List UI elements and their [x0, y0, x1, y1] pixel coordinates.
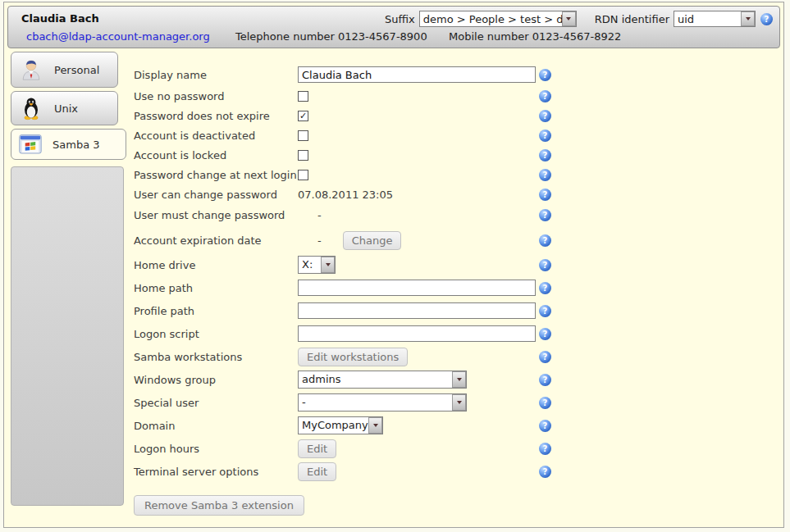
help-icon[interactable]: ?: [539, 169, 551, 181]
help-icon[interactable]: ?: [760, 13, 773, 25]
select-value: -: [299, 394, 452, 411]
help-icon[interactable]: ?: [539, 351, 551, 363]
tab-samba3[interactable]: Samba 3: [11, 129, 126, 160]
tab-label: Unix: [54, 102, 78, 115]
user-must-change-password-value: -: [317, 209, 322, 221]
windows-group-select[interactable]: admins: [298, 371, 467, 389]
field-control: 07.08.2011 23:05: [298, 189, 539, 201]
home-drive-label: Home drive: [134, 259, 298, 271]
form-row: Account is deactivated?: [134, 125, 593, 145]
suffix-label: Suffix: [385, 13, 415, 25]
field-control: [298, 66, 539, 83]
help-icon[interactable]: ?: [539, 305, 551, 317]
profile-path-input[interactable]: [298, 302, 536, 319]
use-no-password-checkbox[interactable]: [298, 91, 308, 102]
user-can-change-password-label: User can change password: [134, 189, 298, 201]
profile-path-label: Profile path: [134, 305, 298, 317]
display-name-input[interactable]: [298, 66, 536, 83]
help-icon[interactable]: ?: [539, 282, 551, 294]
help-icon[interactable]: ?: [539, 443, 551, 455]
help-icon[interactable]: ?: [539, 328, 551, 340]
form-row: Use no password?: [134, 86, 593, 106]
form-row: DomainMyCompany?: [134, 414, 593, 437]
help-icon[interactable]: ?: [539, 209, 551, 221]
logon-script-input[interactable]: [298, 325, 536, 342]
help-icon[interactable]: ?: [539, 110, 551, 122]
special-user-select[interactable]: -: [298, 393, 467, 412]
home-path-label: Home path: [134, 282, 298, 294]
suffix-select[interactable]: demo > People > test > de: [419, 11, 577, 27]
select-value: MyCompany: [299, 417, 368, 434]
edit-button[interactable]: Edit: [298, 462, 336, 481]
help-icon[interactable]: ?: [539, 130, 551, 142]
header-contact-row: cbach@ldap-account-manager.org Telephone…: [8, 30, 779, 47]
form-row: Special user-?: [134, 391, 593, 414]
help-icon[interactable]: ?: [539, 189, 551, 201]
field-control: X:: [298, 256, 539, 274]
rdn-select-value: uid: [674, 11, 741, 26]
form-row: Terminal server optionsEdit?: [134, 460, 593, 483]
form-row: Logon script?: [134, 322, 593, 345]
help-icon[interactable]: ?: [539, 466, 551, 478]
field-control: [298, 130, 539, 141]
help-icon[interactable]: ?: [539, 69, 551, 81]
password-does-not-expire-label: Password does not expire: [134, 110, 298, 122]
header-controls: Suffix demo > People > test > de RDN ide…: [385, 11, 773, 27]
help-icon[interactable]: ?: [539, 259, 551, 271]
form-row: Windows groupadmins?: [134, 368, 593, 391]
remove-samba3-extension-button[interactable]: Remove Samba 3 extension: [134, 495, 304, 516]
form-row: Display name?: [134, 63, 593, 86]
account-expiration-date-label: Account expiration date: [134, 234, 298, 247]
help-icon[interactable]: ?: [539, 90, 551, 102]
domain-select[interactable]: MyCompany: [298, 416, 383, 434]
field-control: ✓: [298, 111, 539, 121]
account-is-deactivated-label: Account is deactivated: [134, 130, 298, 142]
samba-workstations-label: Samba workstations: [134, 351, 298, 363]
rdn-identifier-label: RDN identifier: [595, 13, 669, 25]
account-is-deactivated-checkbox[interactable]: [298, 130, 308, 141]
rdn-identifier-select[interactable]: uid: [674, 11, 756, 27]
chevron-down-icon[interactable]: [741, 11, 755, 26]
field-control: -Change: [298, 231, 539, 250]
tab-personal[interactable]: Personal: [11, 52, 118, 88]
logon-hours-label: Logon hours: [134, 443, 298, 455]
help-icon[interactable]: ?: [539, 234, 551, 247]
chevron-down-icon[interactable]: [452, 371, 466, 388]
tab-label: Samba 3: [53, 139, 100, 151]
chevron-down-icon[interactable]: [452, 394, 466, 411]
field-control: Edit workstations: [298, 348, 539, 366]
change-button[interactable]: Change: [343, 231, 402, 250]
field-control: [298, 91, 539, 102]
chevron-down-icon[interactable]: [562, 11, 576, 26]
home-path-input[interactable]: [298, 280, 536, 296]
help-icon[interactable]: ?: [539, 420, 551, 432]
email-link[interactable]: cbach@ldap-account-manager.org: [26, 30, 210, 43]
tab-unix[interactable]: Unix: [11, 91, 118, 125]
header: Claudia Bach Suffix demo > People > test…: [7, 6, 780, 48]
help-icon[interactable]: ?: [539, 374, 551, 386]
edit-workstations-button[interactable]: Edit workstations: [298, 348, 408, 366]
form-row: User must change password-?: [134, 205, 593, 225]
field-control: MyCompany: [298, 416, 539, 434]
chevron-down-icon[interactable]: [321, 257, 335, 273]
password-does-not-expire-checkbox[interactable]: ✓: [298, 111, 308, 121]
field-control: -: [298, 209, 539, 221]
help-icon[interactable]: ?: [539, 397, 551, 409]
account-is-locked-checkbox[interactable]: [298, 150, 308, 161]
chevron-down-icon[interactable]: [368, 417, 382, 434]
field-control: -: [298, 393, 539, 412]
field-control: Edit: [298, 462, 539, 481]
user-icon: [19, 57, 43, 82]
field-control: [298, 280, 539, 296]
password-change-at-next-login-checkbox[interactable]: [298, 170, 308, 180]
use-no-password-label: Use no password: [134, 90, 298, 102]
suffix-select-value: demo > People > test > de: [420, 11, 562, 26]
domain-label: Domain: [134, 420, 298, 432]
home-drive-select[interactable]: X:: [298, 256, 336, 274]
form-row: User can change password07.08.2011 23:05…: [134, 184, 593, 205]
form-row: Account expiration date-Change?: [134, 227, 593, 253]
help-icon[interactable]: ?: [539, 149, 551, 161]
account-editor: Claudia Bach Suffix demo > People > test…: [3, 2, 784, 528]
windows-group-label: Windows group: [134, 374, 298, 386]
edit-button[interactable]: Edit: [298, 439, 336, 458]
